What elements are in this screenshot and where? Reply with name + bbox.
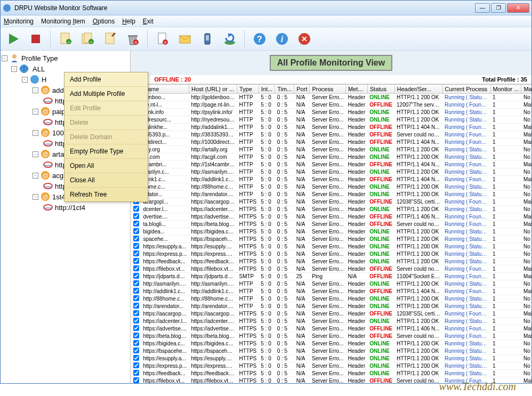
col-header[interactable]: Header/Ser... <box>394 85 442 94</box>
expand-icon[interactable]: - <box>11 66 17 72</box>
menu-monitoring[interactable]: Monitoring <box>4 18 34 25</box>
table-row[interactable]: edresourc...http://nyedresource...HTTP5 … <box>131 116 532 124</box>
col-header[interactable]: Current Process <box>442 85 490 94</box>
play-button[interactable] <box>4 29 23 49</box>
table-row[interactable]: https://bigidea.c...https://bigidea.comH… <box>131 340 532 347</box>
row-checkbox[interactable] <box>133 295 139 301</box>
table-row[interactable]: ge.nt-l...http://page.nt-line.ruHTTP5 : … <box>131 101 532 109</box>
row-checkbox[interactable] <box>133 310 139 316</box>
table-row[interactable]: dalinkhe...http://addalink1.co...HTTP5 :… <box>131 124 532 131</box>
ctx-add-multiple-profile[interactable]: Add Multiple Profile <box>65 87 148 101</box>
add-multiple-button[interactable]: + <box>78 29 98 49</box>
device-button[interactable] <box>198 29 217 49</box>
ctx-refresh-tree[interactable]: Refresh Tree <box>65 188 148 201</box>
col-header[interactable]: Monitor ... <box>490 85 521 94</box>
menu-options[interactable]: Options <box>93 18 115 25</box>
exit-button[interactable]: ✕ <box>295 29 314 49</box>
table-row[interactable]: bigidea...https://bigidea.comHTTPS5 : 00… <box>131 228 532 236</box>
table-row[interactable]: dcenter.l...https://adcenter.loo...HTTPS… <box>131 206 532 213</box>
table-row[interactable]: https://adcenter.l...https://adcenter.lo… <box>131 318 532 325</box>
col-header[interactable]: Process <box>310 85 345 94</box>
row-checkbox[interactable] <box>133 340 139 346</box>
table-row[interactable]: ally.orghttp://artally.orgHTTP5 : 00 : 5… <box>131 146 532 153</box>
delete-button[interactable]: ✕ <box>123 29 142 49</box>
table-row[interactable]: home.c...http://88home.co.ccHTTP5 : 00 :… <box>131 183 532 191</box>
col-header[interactable]: Host (URL) or ... <box>189 85 237 94</box>
table-row[interactable]: acargopl...https://aacargoplus...HTTPS5 … <box>131 198 532 206</box>
expand-icon[interactable]: - <box>33 109 38 115</box>
tree-root[interactable]: - Profile Type <box>1 53 130 63</box>
expand-icon[interactable]: - <box>2 55 7 61</box>
col-header[interactable]: Met... <box>345 85 367 94</box>
row-checkbox[interactable] <box>133 273 139 279</box>
row-checkbox[interactable] <box>133 362 139 368</box>
row-checkbox[interactable] <box>133 258 139 264</box>
row-checkbox[interactable] <box>133 303 139 309</box>
add-profile-button[interactable]: + <box>56 29 75 49</box>
col-header[interactable]: Type <box>237 85 259 94</box>
table-row[interactable]: denboo...http://goldenbookm...HTTP5 : 00… <box>131 94 532 101</box>
expand-icon[interactable]: - <box>33 173 38 179</box>
table-row[interactable]: dvertise....https://advertise.lati...HTT… <box>131 213 532 221</box>
maximize-button[interactable]: ❐ <box>491 3 506 13</box>
ctx-add-profile[interactable]: Add Profile <box>65 72 148 87</box>
row-checkbox[interactable] <box>133 236 139 241</box>
table-row[interactable]: marilyn.c...http://asmarilyn.comHTTP5 : … <box>131 168 532 176</box>
table-row[interactable]: https://feedback...https://feedback.di..… <box>131 370 532 377</box>
tree-domain[interactable]: wwwhttp://1ct4 <box>1 202 130 213</box>
row-checkbox[interactable] <box>133 347 139 353</box>
expand-icon[interactable]: - <box>33 151 38 157</box>
grid-header[interactable]: NameHost (URL) or ...TypeInt...Tim...Por… <box>131 85 532 94</box>
row-checkbox[interactable] <box>133 243 139 249</box>
table-row[interactable]: 4cambri...http://1st4cambridg...HTTP5 : … <box>131 161 532 168</box>
minimize-button[interactable]: — <box>475 3 490 13</box>
expand-icon[interactable]: - <box>33 87 38 93</box>
table-row[interactable]: ndator...http://arendator.net...HTTP5 : … <box>131 191 532 198</box>
table-row[interactable]: https://jdparts.de...https://jdparts.dee… <box>131 273 532 280</box>
row-checkbox[interactable] <box>133 377 139 383</box>
col-header[interactable]: Status <box>367 85 394 94</box>
table-row[interactable]: https://esupply.a...https://esupply.ava.… <box>131 243 532 250</box>
ctx-empty-profile-type[interactable]: Empty Profile Type <box>65 144 148 159</box>
col-header[interactable]: Mail Notification <box>521 85 531 94</box>
col-header[interactable]: Int... <box>259 85 275 94</box>
mail-button[interactable] <box>175 29 195 49</box>
table-row[interactable]: https://express.p...https://express.payl… <box>131 362 532 370</box>
table-row[interactable]: http://asmarilyn.c...http://asmarilyn.co… <box>131 280 532 288</box>
row-checkbox[interactable] <box>133 288 139 294</box>
help-button[interactable]: ? <box>250 29 269 49</box>
row-checkbox[interactable] <box>133 221 139 227</box>
row-checkbox[interactable] <box>133 206 139 212</box>
expand-icon[interactable]: - <box>33 130 38 136</box>
row-checkbox[interactable] <box>133 213 139 219</box>
table-row[interactable]: dlink1.c...http://addlink1.comHTTP5 : 00… <box>131 176 532 183</box>
close-button[interactable]: ✕ <box>507 3 529 13</box>
refresh-button[interactable] <box>220 29 239 49</box>
row-checkbox[interactable] <box>133 355 139 361</box>
document-delete-button[interactable]: ✕ <box>153 29 172 49</box>
ctx-close-all[interactable]: Close All <box>65 173 148 188</box>
menu-monitoring-item[interactable]: Monitoring Item <box>41 18 85 25</box>
table-row[interactable]: gil.comhttp://acgil.comHTTP5 : 00 : 5N/A… <box>131 153 532 161</box>
info-button[interactable]: i <box>272 29 292 49</box>
table-row[interactable]: spacehe...https://bspacehelp....HTTPS5 :… <box>131 236 532 243</box>
table-row[interactable]: https://filebox.vt...https://filebox.vt.… <box>131 265 532 273</box>
table-row[interactable]: https://bspacehe...https://bspacehelp...… <box>131 347 532 355</box>
ctx-open-all[interactable]: Open All <box>65 159 148 173</box>
table-row[interactable]: https://esupply.a...https://esupply.ava.… <box>131 355 532 362</box>
row-checkbox[interactable] <box>133 250 139 256</box>
table-row[interactable]: https://feedback...https://feedback.di..… <box>131 258 532 265</box>
table-row[interactable]: https://aacargopl...https://aacargoplus.… <box>131 310 532 318</box>
row-checkbox[interactable] <box>133 265 139 271</box>
stop-button[interactable] <box>26 29 45 49</box>
table-row[interactable]: https://express.p...https://express.payl… <box>131 250 532 258</box>
row-checkbox[interactable] <box>133 318 139 324</box>
col-header[interactable]: Tim... <box>275 85 294 94</box>
expand-icon[interactable]: - <box>22 77 28 83</box>
menu-help[interactable]: Help <box>122 18 135 25</box>
table-row[interactable]: ylink.infohttp://psylink.info/HTTP5 : 00… <box>131 109 532 116</box>
row-checkbox[interactable] <box>133 228 139 234</box>
row-checkbox[interactable] <box>133 280 139 286</box>
titlebar[interactable]: DRPU Website Monitor Software — ❐ ✕ <box>1 1 531 15</box>
table-row[interactable]: http://addlink1.c...http://addlink1.comH… <box>131 288 532 295</box>
